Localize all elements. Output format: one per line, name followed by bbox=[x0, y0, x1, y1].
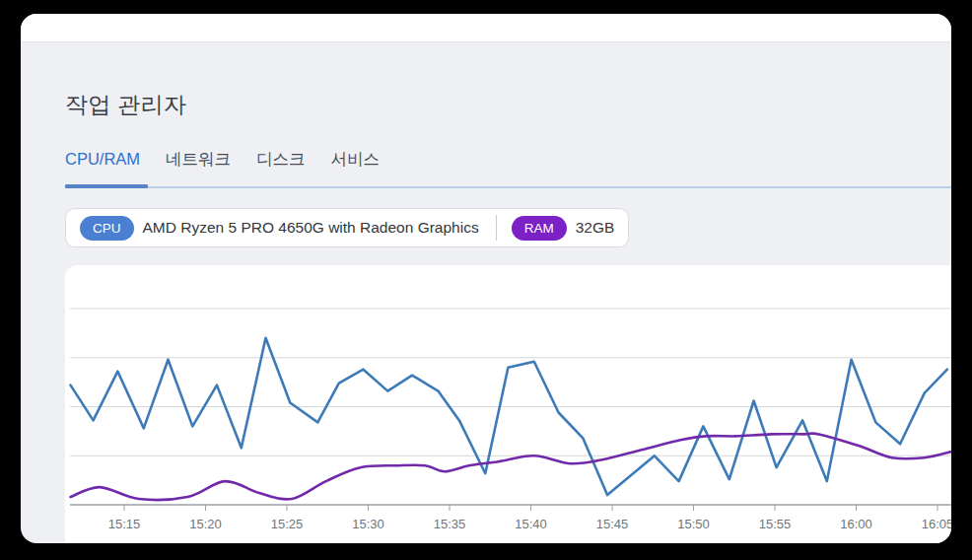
tab-disk[interactable]: 디스크 bbox=[256, 149, 306, 171]
tab-cpu-ram[interactable]: CPU/RAM bbox=[65, 150, 140, 169]
cpu-name-label: AMD Ryzen 5 PRO 4650G with Radeon Graphi… bbox=[143, 219, 479, 237]
hardware-info-box: CPU AMD Ryzen 5 PRO 4650G with Radeon Gr… bbox=[65, 208, 629, 247]
ram-badge: RAM bbox=[512, 216, 567, 241]
usage-line-chart: 15:1515:2015:2515:3015:3515:4015:4515:50… bbox=[65, 265, 951, 543]
svg-text:15:45: 15:45 bbox=[596, 517, 629, 531]
svg-text:15:30: 15:30 bbox=[352, 517, 384, 531]
svg-text:15:40: 15:40 bbox=[515, 517, 547, 531]
svg-text:16:05: 16:05 bbox=[922, 517, 951, 531]
vertical-divider bbox=[496, 215, 497, 241]
ram-size-label: 32GB bbox=[576, 219, 615, 237]
svg-text:15:20: 15:20 bbox=[189, 517, 222, 531]
tab-active-indicator bbox=[65, 184, 148, 188]
cpu-badge: CPU bbox=[80, 216, 134, 241]
tab-services[interactable]: 서비스 bbox=[331, 149, 381, 171]
svg-text:16:00: 16:00 bbox=[840, 517, 872, 531]
page-title: 작업 관리자 bbox=[65, 90, 951, 120]
tab-bar: CPU/RAM 네트워크 디스크 서비스 bbox=[65, 149, 951, 171]
svg-text:15:15: 15:15 bbox=[108, 517, 141, 531]
svg-text:15:25: 15:25 bbox=[271, 517, 304, 531]
tab-underline-track bbox=[65, 186, 951, 188]
app-window: 작업 관리자 CPU/RAM 네트워크 디스크 서비스 CPU AMD Ryze… bbox=[21, 14, 951, 543]
svg-text:15:50: 15:50 bbox=[677, 517, 710, 531]
svg-text:15:55: 15:55 bbox=[759, 517, 792, 531]
chart-card: 15:1515:2015:2515:3015:3515:4015:4515:50… bbox=[65, 265, 951, 543]
window-titlebar bbox=[21, 14, 951, 42]
main-content: 작업 관리자 CPU/RAM 네트워크 디스크 서비스 CPU AMD Ryze… bbox=[21, 90, 951, 543]
tab-network[interactable]: 네트워크 bbox=[166, 149, 231, 171]
svg-text:15:35: 15:35 bbox=[434, 517, 466, 531]
tab-underline bbox=[65, 184, 951, 188]
